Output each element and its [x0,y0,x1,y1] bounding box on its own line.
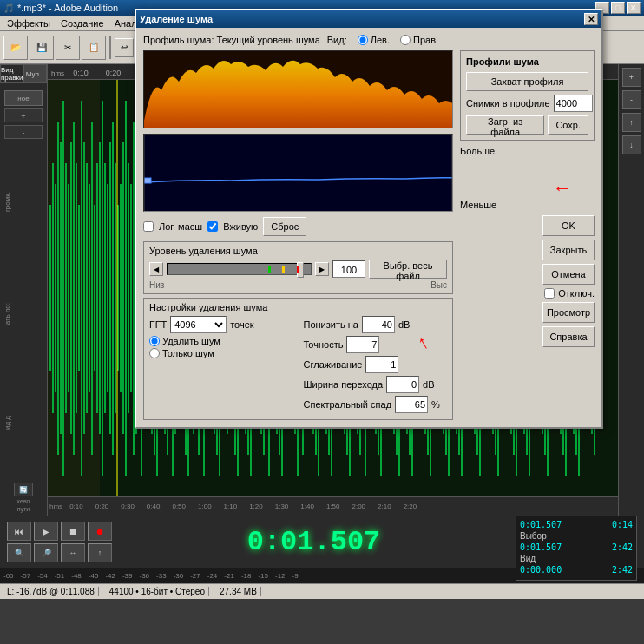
noise-only-label: Только шум [162,348,214,358]
snapshots-input[interactable] [554,95,593,112]
checkbox-row: Лог. масш Вживую Сброс [143,217,453,236]
slider-low-label: Низ [149,280,164,290]
reduce-by-input[interactable] [362,316,395,333]
log-scale-label: Лог. масш [159,221,202,232]
select-file-btn[interactable]: Выбр. весь файл [369,260,447,279]
smoothing-row: Сглаживание [304,356,448,373]
ok-btn[interactable]: OK [542,215,595,236]
load-save-row: Загр. из файла Сохр. [466,115,588,135]
radio-remove-noise[interactable]: Удалить шум [149,336,293,346]
smoothing-input[interactable] [365,356,398,373]
remove-noise-label: Удалить шум [162,336,220,346]
help-btn[interactable]: Справка [542,326,595,347]
slider-high-label: Выс [430,280,447,290]
radio-right-input[interactable] [400,35,411,45]
slider-labels: Низ Выс [149,280,447,290]
transition-label: Ширина перехода [304,379,384,390]
slider-red-marker [297,266,299,273]
fft-row: FFT 4096 2048 8192 точек [149,316,293,333]
dialog-titlebar: Удаление шума ✕ [136,10,601,28]
disconnect-row: Отключ. [544,288,595,299]
profiles-title: Профили шума [466,56,588,67]
log-scale-checkbox[interactable] [143,221,154,232]
load-from-file-btn[interactable]: Загр. из файла [466,115,544,135]
less-label: Меньше [460,200,496,210]
close-btn[interactable]: Закрыть [542,240,595,260]
noise-floor-svg [144,135,452,212]
view-radio-group: Вид: Лев. Прав. [327,35,438,45]
precision-input[interactable] [346,336,379,353]
action-buttons: OK Закрыть Отмена Отключ. Просмотр Справ… [460,215,595,347]
radio-left-label: Лев. [371,35,390,45]
cancel-btn[interactable]: Отмена [542,264,595,285]
spectral-label: Спектральный спад [304,399,392,410]
svg-rect-215 [144,135,452,212]
fft-label: FFT [149,319,167,330]
more-label: Больше [460,146,495,156]
radio-noise-only-input[interactable] [149,348,160,358]
spectrum-display [143,50,453,128]
dialog-body: Профиль шума: Текущий уровень шума Вид: … [136,28,601,427]
slider-right-arrow[interactable]: ▶ [315,262,329,276]
nr-slider-track[interactable] [167,263,312,275]
slider-green-marker [268,266,271,273]
fft-unit: точек [230,319,253,330]
radio-right-label: Прав. [413,35,438,45]
transition-unit: dB [423,379,434,390]
dialog-left-col: ← ↑ Лог. масш Вживую Сброс Уровень удале… [143,50,453,420]
settings-left: FFT 4096 2048 8192 точек [149,316,293,416]
nr-section: Уровень удаления шума ◀ ▶ [143,241,453,294]
transition-input[interactable] [386,376,419,393]
spectral-unit: % [431,399,440,410]
dialog-close-btn[interactable]: ✕ [584,13,598,25]
radio-remove-input[interactable] [149,336,160,346]
snapshots-label: Снимки в профиле [466,98,550,108]
radio-left[interactable]: Лев. [358,35,390,45]
nr-title: Уровень удаления шума [149,246,447,256]
settings-grid: FFT 4096 2048 8192 точек [149,316,447,416]
spectral-input[interactable] [395,396,428,413]
spectral-row: Спектральный спад % [304,396,448,413]
dialog-title: Удаление шума [140,14,213,24]
slider-value: 100 [332,260,365,278]
profiles-panel: Профили шума Захват профиля Снимки в про… [460,50,595,141]
dialog-columns: ← ↑ Лог. масш Вживую Сброс Уровень удале… [143,50,595,420]
radio-right[interactable]: Прав. [400,35,438,45]
dialog-overlay: Удаление шума ✕ Профиль шума: Текущий ур… [0,0,644,644]
more-less-section: Больше Меньше [460,146,595,210]
capture-profile-btn[interactable]: Захват профиля [466,72,588,91]
slider-row: ◀ ▶ 100 Выбр. весь файл [149,260,447,279]
reduce-by-label: Понизить на [304,319,358,330]
slider-left-arrow[interactable]: ◀ [149,262,163,276]
dialog-right-col: Профили шума Захват профиля Снимки в про… [460,50,595,420]
profile-label: Профиль шума: Текущий уровень шума [143,35,320,45]
save-profile-btn[interactable]: Сохр. [548,115,588,135]
live-label: Вживую [223,221,258,232]
precision-label: Точность [304,339,344,350]
smoothing-label: Сглаживание [304,359,363,370]
fft-select[interactable]: 4096 2048 8192 [170,316,227,333]
settings-section: Настройки удаления шума FFT 4096 2048 81… [143,298,453,420]
reduce-by-unit: dB [398,319,410,330]
noise-floor-display [143,134,453,212]
noise-reduction-dialog: Удаление шума ✕ Профиль шума: Текущий ур… [135,9,603,429]
spectrum-svg [144,51,452,128]
transition-row: Ширина перехода dB [304,376,448,393]
settings-right: Понизить на dB Точность [304,316,448,416]
reset-btn[interactable]: Сброс [263,217,306,236]
precision-row: Точность [304,336,448,353]
preview-btn[interactable]: Просмотр [542,302,595,323]
radio-noise-only[interactable]: Только шум [149,348,293,358]
slider-yellow-marker [282,266,285,273]
reduce-by-row: Понизить на dB [304,316,448,333]
settings-title: Настройки удаления шума [149,302,447,312]
disconnect-checkbox[interactable] [544,288,555,299]
view-label: Вид: [327,35,347,45]
live-checkbox[interactable] [207,221,218,232]
disconnect-label: Отключ. [558,288,595,299]
profile-line: Профиль шума: Текущий уровень шума Вид: … [143,35,595,45]
radio-left-input[interactable] [358,35,368,45]
snapshots-row: Снимки в профиле [466,95,588,112]
svg-rect-216 [144,178,151,183]
